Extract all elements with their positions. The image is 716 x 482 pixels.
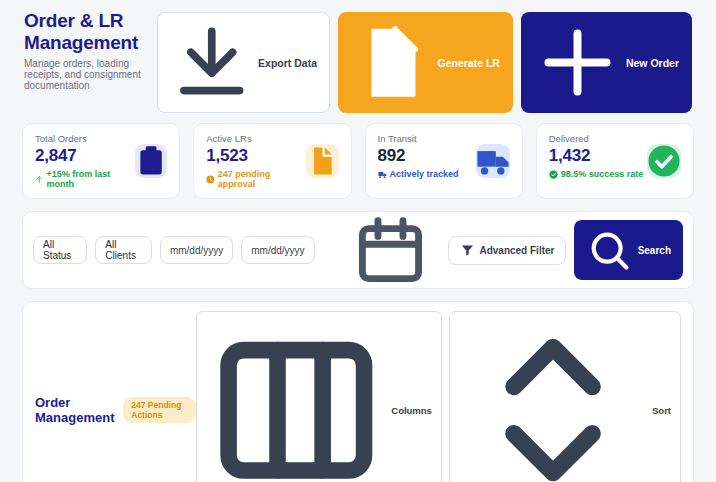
download-icon <box>170 21 254 105</box>
generate-lr-button[interactable]: Generate LR <box>338 12 513 113</box>
stats-row: Total Orders 2,847 +15% from last month … <box>22 123 694 199</box>
stat-subtext: +15% from last month <box>35 169 135 189</box>
check-circle-icon <box>549 170 558 179</box>
stat-card: Active LRs 1,523 247 pending approval <box>193 123 351 199</box>
stat-value: 1,432 <box>549 146 644 166</box>
new-order-button[interactable]: New Order <box>521 12 692 113</box>
sort-icon <box>459 316 647 482</box>
advanced-filter-button[interactable]: Advanced Filter <box>448 236 567 265</box>
plus-icon <box>534 19 621 106</box>
search-icon <box>586 227 632 273</box>
page-subtitle: Manage orders, loading receipts, and con… <box>24 58 157 91</box>
stat-card: Total Orders 2,847 +15% from last month <box>22 123 180 199</box>
stat-card: In Transit 892 Actively tracked <box>365 123 523 199</box>
calendar-icon <box>353 213 428 288</box>
stat-subtext: Actively tracked <box>378 169 459 179</box>
export-data-button[interactable]: Export Data <box>157 12 330 113</box>
pending-actions-badge: 247 Pending Actions <box>123 397 195 423</box>
stat-label: Active LRs <box>206 133 306 144</box>
search-button[interactable]: Search <box>574 220 683 280</box>
filter-bar: All Status All Clients mm/dd/yyyy mm/dd/… <box>22 211 694 289</box>
stat-subtext: 247 pending approval <box>206 169 306 189</box>
date-from-input[interactable]: mm/dd/yyyy <box>160 236 233 264</box>
stat-label: Total Orders <box>35 133 135 144</box>
stat-label: In Transit <box>378 133 459 144</box>
date-to-input[interactable]: mm/dd/yyyy <box>241 236 314 264</box>
stat-value: 892 <box>378 146 459 166</box>
clock-icon <box>206 175 215 184</box>
stat-value: 2,847 <box>35 146 135 166</box>
file-icon <box>351 22 432 103</box>
columns-icon <box>206 320 387 482</box>
columns-button[interactable]: Columns <box>196 311 442 482</box>
page-title: Order & LR Management <box>24 10 157 54</box>
clipboard-icon <box>135 144 167 178</box>
page-header: Order & LR Management Manage orders, loa… <box>0 0 716 113</box>
funnel-icon <box>460 243 475 258</box>
calendar-button[interactable] <box>349 236 432 264</box>
sort-button[interactable]: Sort <box>449 311 681 482</box>
order-management-table: Order Management 247 Pending Actions Col… <box>22 301 694 482</box>
arrow-up-icon <box>35 175 44 184</box>
clients-filter-select[interactable]: All Clients <box>95 236 152 264</box>
stat-card: Delivered 1,432 98.5% success rate <box>536 123 694 199</box>
stat-value: 1,523 <box>206 146 306 166</box>
status-filter-select[interactable]: All Status <box>33 236 87 264</box>
stat-subtext: 98.5% success rate <box>549 169 644 179</box>
truck-icon <box>378 170 387 179</box>
table-title: Order Management <box>35 395 115 425</box>
stat-label: Delivered <box>549 133 644 144</box>
file-icon <box>306 144 338 178</box>
truck-icon <box>476 144 510 178</box>
check-circle-icon <box>647 144 681 178</box>
